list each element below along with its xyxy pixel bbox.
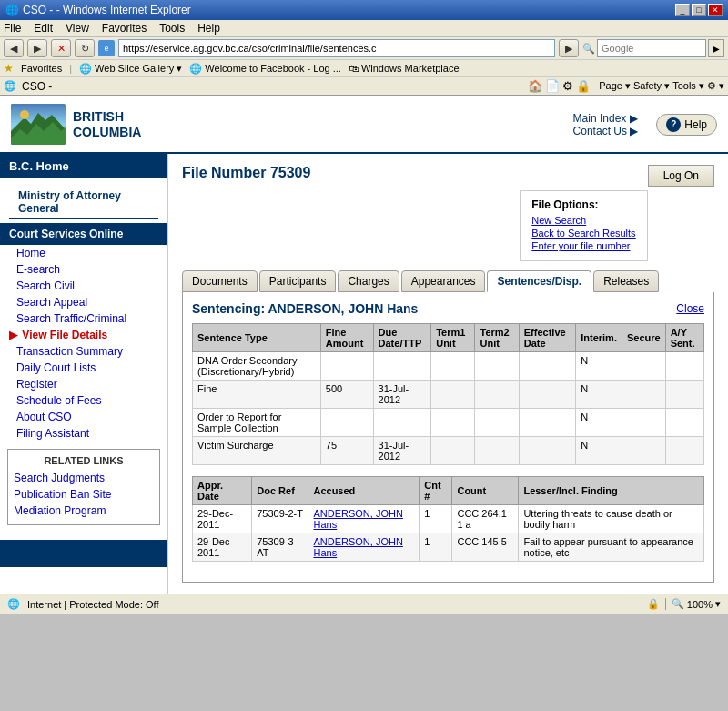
- toolbar-row: ◀ ▶ ✕ ↻ e ▶ 🔍 ▶: [0, 37, 728, 60]
- table-row: 29-Dec-2011 75309-3-AT ANDERSON, JOHN Ha…: [193, 533, 704, 562]
- col-accused: Accused: [308, 477, 420, 505]
- menu-file[interactable]: File: [4, 22, 21, 35]
- table-row: DNA Order Secondary (Discretionary/Hybri…: [193, 352, 704, 381]
- window-controls[interactable]: _ □ ✕: [675, 4, 723, 16]
- col-due-date: Due Date/TTP: [373, 324, 431, 352]
- menu-tools[interactable]: Tools: [159, 22, 185, 35]
- web-slice-link[interactable]: 🌐 Web Slice Gallery ▾: [79, 63, 182, 75]
- sidebar-link-view-file[interactable]: ▶ View File Details: [0, 327, 167, 343]
- ie-tool-icon-4[interactable]: 🔒: [576, 79, 591, 93]
- main-index-link[interactable]: Main Index ▶: [573, 112, 639, 125]
- svg-point-3: [20, 110, 29, 119]
- zoom-chevron-icon: ▾: [715, 598, 721, 610]
- search-button[interactable]: ▶: [708, 39, 724, 57]
- sidebar-divider-1: [9, 218, 158, 219]
- contact-us-link[interactable]: Contact Us ▶: [573, 125, 639, 137]
- bc-nav-right: Main Index ▶ Contact Us ▶ ? Help: [573, 112, 717, 137]
- favorites-link[interactable]: Favorites: [21, 63, 62, 74]
- ie-page-icon: 🌐: [4, 80, 16, 92]
- refresh-button[interactable]: ↻: [75, 39, 95, 57]
- address-bar[interactable]: [118, 39, 555, 57]
- main-layout: B.C. Home Ministry of Attorney General C…: [0, 154, 728, 594]
- tab-appearances[interactable]: Appearances: [401, 270, 486, 292]
- tab-documents[interactable]: Documents: [182, 270, 258, 292]
- zoom-icon: 🔍: [672, 598, 684, 610]
- col-interim: Interim.: [576, 324, 622, 352]
- page-wrapper: BRITISH COLUMBIA Main Index ▶ Contact Us…: [0, 96, 728, 594]
- sidebar-link-traffic[interactable]: Search Traffic/Criminal: [0, 310, 167, 327]
- sidebar-bc-home[interactable]: B.C. Home: [0, 154, 167, 178]
- table-row: 29-Dec-2011 75309-2-T ANDERSON, JOHN Han…: [193, 505, 704, 533]
- ie-tool-icon-1[interactable]: 🏠: [528, 79, 542, 93]
- close-link[interactable]: Close: [676, 302, 704, 315]
- sidebar-link-about[interactable]: About CSO: [0, 409, 167, 425]
- go-button[interactable]: ▶: [559, 39, 579, 57]
- content-area: Log On File Number 75309 File Options: N…: [168, 154, 728, 594]
- page-dropdown-label[interactable]: Page ▾: [599, 80, 631, 92]
- settings-icon[interactable]: ⚙ ▾: [707, 80, 724, 92]
- menu-favorites[interactable]: Favorites: [102, 22, 147, 35]
- back-button[interactable]: ◀: [4, 39, 24, 57]
- related-links-box: RELATED LINKS Search Judgments Publicati…: [7, 449, 160, 525]
- minimize-button[interactable]: _: [675, 4, 690, 16]
- file-options-box: File Options: New Search Back to Search …: [520, 190, 647, 261]
- tab-participants[interactable]: Participants: [259, 270, 337, 292]
- safety-dropdown-label[interactable]: Safety ▾: [633, 80, 670, 92]
- sentencing-header: Sentencing: ANDERSON, JOHN Hans Close: [192, 301, 704, 316]
- sidebar-service-title: Court Services Online: [0, 223, 167, 245]
- sidebar-link-transaction[interactable]: Transaction Summary: [0, 343, 167, 360]
- marketplace-link[interactable]: 🛍 Windows Marketplace: [349, 63, 460, 74]
- col-appr-date: Appr. Date: [193, 477, 252, 505]
- forward-button[interactable]: ▶: [27, 39, 47, 57]
- sidebar-link-appeal[interactable]: Search Appeal: [0, 294, 167, 310]
- new-search-link[interactable]: New Search: [531, 215, 635, 226]
- ie-tool-icon-3[interactable]: ⚙: [562, 79, 573, 93]
- enter-file-link[interactable]: Enter your file number: [531, 240, 635, 251]
- sidebar-link-civil[interactable]: Search Civil: [0, 278, 167, 294]
- sidebar-blue-button[interactable]: [0, 540, 167, 567]
- related-link-publication[interactable]: Publication Ban Site: [14, 486, 154, 503]
- logon-button[interactable]: Log On: [648, 165, 714, 187]
- active-arrow-icon: ▶: [9, 329, 17, 341]
- col-count: Count: [452, 477, 519, 505]
- stop-button[interactable]: ✕: [51, 39, 71, 57]
- sidebar-link-home[interactable]: Home: [0, 245, 167, 261]
- col-cnt: Cnt #: [420, 477, 452, 505]
- appearances-table: Appr. Date Doc Ref Accused Cnt # Count L…: [192, 476, 704, 562]
- sidebar-link-daily-courts[interactable]: Daily Court Lists: [0, 360, 167, 376]
- file-number-heading: File Number 75309: [182, 165, 714, 181]
- col-fine-amount: Fine Amount: [320, 324, 373, 352]
- zoom-control[interactable]: 🔍 100% ▾: [665, 598, 721, 610]
- bc-logo-image: [11, 104, 66, 145]
- col-secure: Secure: [622, 324, 665, 352]
- menu-view[interactable]: View: [66, 22, 89, 35]
- chevron-down-icon: ▾: [177, 63, 182, 75]
- sidebar-link-filing[interactable]: Filing Assistant: [0, 425, 167, 442]
- protected-mode-icon: 🔒: [647, 598, 660, 610]
- col-doc-ref: Doc Ref: [252, 477, 308, 505]
- tab-charges[interactable]: Charges: [338, 270, 399, 292]
- sidebar-link-esearch[interactable]: E-search: [0, 261, 167, 278]
- status-icon: 🌐: [7, 598, 20, 610]
- restore-button[interactable]: □: [692, 4, 706, 16]
- window-title: 🌐 CSO - - Windows Internet Explorer: [5, 4, 191, 16]
- help-button[interactable]: ? Help: [656, 114, 717, 136]
- related-link-mediation[interactable]: Mediation Program: [14, 503, 154, 519]
- tab-sentences[interactable]: Sentences/Disp.: [487, 270, 592, 292]
- tools-dropdown-label[interactable]: Tools ▾: [672, 80, 704, 92]
- back-to-results-link[interactable]: Back to Search Results: [531, 228, 635, 239]
- search-input[interactable]: [597, 39, 706, 57]
- related-link-judgments[interactable]: Search Judgments: [14, 470, 154, 486]
- tab-releases[interactable]: Releases: [593, 270, 659, 292]
- close-button[interactable]: ✕: [708, 4, 723, 16]
- ie-tool-icon-2[interactable]: 📄: [545, 79, 560, 93]
- menu-help[interactable]: Help: [197, 22, 220, 35]
- sidebar-link-fees[interactable]: Schedule of Fees: [0, 392, 167, 409]
- table-row: Victim Surcharge 75 31-Jul-2012 N: [193, 437, 704, 465]
- facebook-link[interactable]: 🌐 Welcome to Facebook - Log ...: [189, 63, 341, 75]
- related-links-title: RELATED LINKS: [14, 455, 154, 466]
- col-ay: A/Y Sent.: [665, 324, 703, 352]
- sidebar-link-register[interactable]: Register: [0, 376, 167, 392]
- menu-edit[interactable]: Edit: [34, 22, 53, 35]
- ie-tab-label[interactable]: CSO -: [22, 80, 52, 93]
